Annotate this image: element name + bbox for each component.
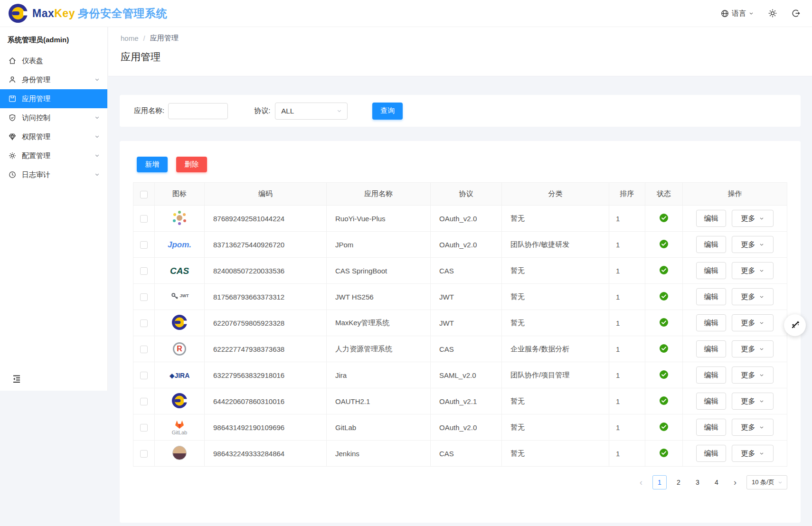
sidebar-item-dashboard[interactable]: 仪表盘 (0, 51, 107, 70)
edit-button[interactable]: 编辑 (696, 262, 726, 279)
more-button[interactable]: 更多 (732, 288, 774, 305)
chevron-down-icon (94, 76, 101, 83)
table-row: ◆JIRA 632279563832918016 Jira SAML_v2.0 … (133, 362, 787, 388)
edit-button[interactable]: 编辑 (696, 393, 726, 410)
more-button[interactable]: 更多 (732, 419, 774, 436)
page-header: home / 应用管理 应用管理 (108, 27, 812, 76)
more-button[interactable]: 更多 (732, 445, 774, 462)
row-checkbox[interactable] (140, 424, 148, 432)
edit-button[interactable]: 编辑 (696, 314, 726, 331)
language-menu[interactable]: 语言 (720, 9, 754, 18)
page-title: 应用管理 (121, 50, 812, 64)
edit-button[interactable]: 编辑 (696, 419, 726, 436)
app-category: 暂无 (502, 310, 609, 336)
app-sort: 1 (609, 258, 645, 284)
app-protocol: OAuth_v2.1 (431, 388, 502, 414)
sidebar-item-apps[interactable]: 应用管理 (0, 89, 107, 108)
more-button[interactable]: 更多 (732, 340, 774, 357)
row-checkbox[interactable] (140, 267, 148, 275)
logout-button[interactable] (791, 9, 801, 18)
app-protocol: JWT (431, 284, 502, 310)
edit-button[interactable]: 编辑 (696, 236, 726, 253)
maxkey-icon (170, 391, 189, 410)
app-sort: 1 (609, 206, 645, 232)
app-code: 986432249333284864 (205, 441, 327, 467)
app-code: 986431492190109696 (205, 414, 327, 441)
row-checkbox[interactable] (140, 346, 148, 353)
chevron-down-icon (94, 152, 101, 159)
row-checkbox[interactable] (140, 241, 148, 249)
hr-icon: R (173, 342, 186, 356)
row-checkbox[interactable] (140, 372, 148, 379)
protocol-select[interactable]: ALL (275, 103, 348, 120)
app-name-input[interactable] (168, 103, 228, 119)
row-checkbox[interactable] (140, 398, 148, 405)
table-row: 986432249333284864 Jenkins CAS 暂无 1 编辑 更… (133, 441, 787, 467)
app-code: 876892492581044224 (205, 206, 327, 232)
edit-button[interactable]: 编辑 (696, 210, 726, 227)
breadcrumb-home[interactable]: home (121, 34, 139, 42)
protocol-label: 协议: (254, 106, 270, 115)
settings-button[interactable] (767, 8, 778, 19)
table-row: GitLab 986431492190109696 GitLab OAuth_v… (133, 414, 787, 441)
chevron-down-icon (759, 372, 765, 378)
add-button[interactable]: 新增 (137, 157, 168, 172)
jenkins-icon (172, 446, 187, 460)
chevron-down-icon (759, 346, 765, 352)
sidebar-item-config[interactable]: 配置管理 (0, 146, 107, 165)
ruoyi-icon (171, 210, 188, 226)
more-button[interactable]: 更多 (732, 262, 774, 279)
page-size-value: 10 条/页 (752, 478, 774, 487)
row-checkbox[interactable] (140, 215, 148, 223)
app-protocol: OAuth_v2.0 (431, 414, 502, 441)
column-header-name: 应用名称 (327, 183, 431, 206)
sidebar-item-permission[interactable]: 权限管理 (0, 127, 107, 146)
row-checkbox[interactable] (140, 293, 148, 301)
more-button[interactable]: 更多 (732, 236, 774, 253)
delete-button[interactable]: 删除 (176, 157, 207, 172)
app-sort: 1 (609, 441, 645, 467)
sidebar-item-access[interactable]: 访问控制 (0, 108, 107, 127)
page-button-4[interactable]: 4 (709, 475, 724, 489)
collapse-icon (11, 374, 22, 384)
more-button[interactable]: 更多 (732, 366, 774, 384)
app-code: 644220607860310016 (205, 388, 327, 414)
page-button-1[interactable]: 1 (652, 475, 667, 489)
search-panel: 应用名称: 协议: ALL 查询 (120, 95, 801, 127)
app-protocol: CAS (431, 336, 502, 362)
app-name-label: 应用名称: (134, 106, 164, 115)
theme-customizer-button[interactable] (784, 314, 806, 336)
row-checkbox[interactable] (140, 450, 148, 458)
sidebar-item-identity[interactable]: 身份管理 (0, 70, 107, 89)
page-size-select[interactable]: 10 条/页 (746, 475, 787, 489)
app-code: 622227747938373638 (205, 336, 327, 362)
more-button[interactable]: 更多 (732, 314, 774, 331)
chevron-down-icon (748, 10, 754, 16)
select-all-checkbox[interactable] (140, 191, 148, 198)
table-row: JWT 817568793663373312 JWT HS256 JWT 暂无 … (133, 284, 787, 310)
sidebar: 系统管理员(admin) 仪表盘 身份管理 应用管理 访问控制 权限管理 配置管… (0, 27, 108, 391)
row-checkbox[interactable] (140, 319, 148, 327)
cas-icon: CAS (170, 266, 189, 275)
search-button[interactable]: 查询 (372, 103, 403, 120)
app-category: 暂无 (502, 206, 609, 232)
jwt-icon: JWT (170, 292, 189, 301)
column-header-category: 分类 (502, 183, 609, 206)
prev-page-button[interactable]: ‹ (634, 475, 648, 489)
edit-button[interactable]: 编辑 (696, 445, 726, 462)
column-header-status: 状态 (645, 183, 683, 206)
page-button-2[interactable]: 2 (671, 475, 686, 489)
edit-button[interactable]: 编辑 (696, 366, 726, 384)
page-button-3[interactable]: 3 (690, 475, 705, 489)
edit-button[interactable]: 编辑 (696, 288, 726, 305)
column-header-actions: 操作 (683, 183, 787, 206)
sidebar-item-audit[interactable]: 日志审计 (0, 165, 107, 184)
app-protocol: JWT (431, 310, 502, 336)
more-button[interactable]: 更多 (732, 210, 774, 227)
app-sort: 1 (609, 336, 645, 362)
app-name: MaxKey管理系统 (327, 310, 431, 336)
edit-button[interactable]: 编辑 (696, 340, 726, 357)
more-button[interactable]: 更多 (732, 393, 774, 410)
next-page-button[interactable]: › (728, 475, 742, 489)
sidebar-collapse-button[interactable] (11, 374, 22, 384)
